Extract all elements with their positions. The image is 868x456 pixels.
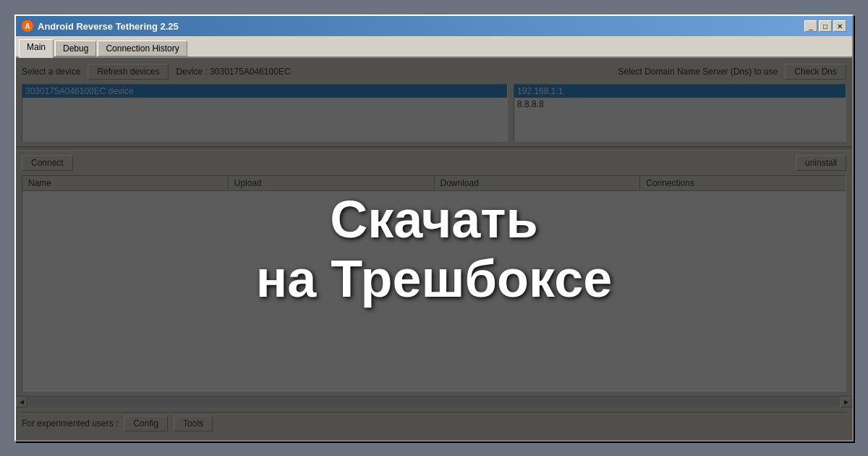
dns-list[interactable]: 192.168.1.1 8.8.8.8 <box>514 84 846 142</box>
action-row: Connect uninstall <box>22 155 846 171</box>
window-title: Android Reverse Tethering 2.25 <box>38 21 179 32</box>
for-users-label: For experimented users : <box>22 418 118 428</box>
tab-debug[interactable]: Debug <box>55 41 96 56</box>
window-controls: _ □ ✕ <box>804 20 846 32</box>
top-controls-row: Select a device Refresh devices Device :… <box>22 64 846 80</box>
tab-connection-history[interactable]: Connection History <box>98 41 187 56</box>
maximize-button[interactable]: □ <box>819 20 832 32</box>
minimize-button[interactable]: _ <box>804 20 817 32</box>
main-window: A Android Reverse Tethering 2.25 _ □ ✕ M… <box>14 14 854 442</box>
dns-list-item-1[interactable]: 192.168.1.1 <box>514 85 846 98</box>
col-connections: Connections <box>640 176 846 190</box>
select-device-label: Select a device <box>22 67 80 77</box>
bottom-bar: For experimented users : Config Tools <box>22 412 846 434</box>
check-dns-button[interactable]: Check Dns <box>785 64 846 80</box>
dns-list-item-2[interactable]: 8.8.8.8 <box>514 98 846 111</box>
horizontal-scrollbar[interactable]: ◀ ▶ <box>16 396 852 408</box>
scroll-track[interactable] <box>27 397 841 408</box>
config-button[interactable]: Config <box>124 415 168 431</box>
table-body <box>22 191 846 391</box>
device-dns-lists-row: 3030175A046100EC device 192.168.1.1 8.8.… <box>22 84 846 142</box>
table-header-row: Name Upload Download Connections <box>22 176 846 191</box>
tools-button[interactable]: Tools <box>174 415 213 431</box>
scroll-left-button[interactable]: ◀ <box>16 397 27 408</box>
divider <box>16 146 852 151</box>
refresh-devices-button[interactable]: Refresh devices <box>88 64 169 80</box>
col-name: Name <box>22 176 229 190</box>
tab-main[interactable]: Main <box>19 39 54 58</box>
title-bar: A Android Reverse Tethering 2.25 _ □ ✕ <box>16 16 852 36</box>
title-bar-left: A Android Reverse Tethering 2.25 <box>22 20 179 32</box>
dns-label: Select Domain Name Server (Dns) to use <box>618 67 778 77</box>
traffic-table: Name Upload Download Connections <box>22 175 846 392</box>
scroll-right-button[interactable]: ▶ <box>841 397 852 408</box>
device-list[interactable]: 3030175A046100EC device <box>22 84 508 142</box>
uninstall-button[interactable]: uninstall <box>796 155 846 171</box>
app-icon: A <box>22 20 33 32</box>
device-list-item[interactable]: 3030175A046100EC device <box>22 85 507 98</box>
col-download: Download <box>435 176 641 190</box>
device-info-label: Device : 3030175A046100EC <box>176 67 290 77</box>
tabs-bar: Main Debug Connection History <box>16 36 852 58</box>
connect-button[interactable]: Connect <box>22 155 73 171</box>
main-content: Скачать на Трешбоксе Select a device Ref… <box>16 58 852 440</box>
col-upload: Upload <box>229 176 435 190</box>
close-button[interactable]: ✕ <box>833 20 846 32</box>
